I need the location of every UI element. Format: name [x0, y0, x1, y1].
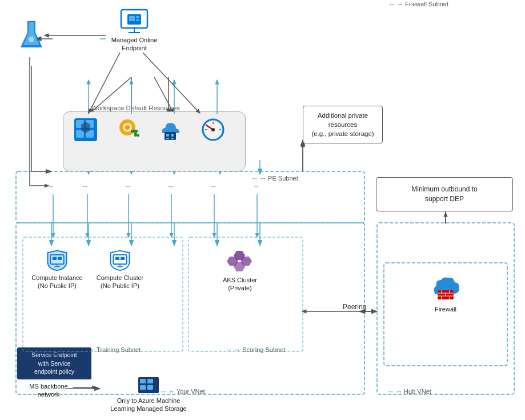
svg-text:↔: ↔	[167, 182, 174, 190]
svg-point-58	[211, 128, 215, 131]
scoring-subnet-label: ↔ ↔ Scoring Subnet	[226, 346, 285, 354]
svg-rect-54	[166, 138, 169, 139]
svg-rect-65	[53, 257, 57, 260]
compute-cluster-label: Compute Cluster(No Public IP)	[97, 274, 144, 290]
svg-text:↔: ↔	[253, 182, 260, 190]
svg-rect-53	[171, 134, 174, 137]
compute-instance-label: Compute Instance(No Public IP)	[31, 274, 82, 290]
svg-point-47	[125, 125, 130, 130]
compute-cluster-node: Compute Cluster(No Public IP)	[91, 249, 149, 290]
pe-subnet-label: ↔ ↔ PE Subnet	[251, 174, 298, 182]
compute-instance-node: Compute Instance(No Public IP)	[29, 249, 86, 290]
svg-rect-35	[136, 19, 139, 21]
svg-point-38	[29, 37, 34, 42]
workspace-default-label: Workspace Default Resources	[91, 105, 180, 111]
ms-backbone-label: MS backbonenetwork	[29, 382, 67, 399]
service-endpoint-box: Service Endpointwith Serviceendpoint pol…	[17, 347, 91, 379]
svg-text:↔: ↔	[82, 182, 89, 190]
additional-private-label: Additional privateresources(e.g., privat…	[311, 112, 374, 137]
managed-endpoint-node: Managed OnlineEndpoint	[106, 9, 163, 53]
svg-rect-52	[166, 134, 169, 137]
managed-storage-node: Only to Azure MachineLearning Managed St…	[97, 376, 200, 413]
svg-rect-55	[171, 138, 174, 139]
svg-text:↔: ↔	[47, 182, 54, 190]
minimum-outbound-label: Minimum outbound tosupport DEP	[411, 185, 477, 204]
firewall-label: Firewall	[435, 305, 456, 313]
aks-cluster-label: AKS Cluster(Private)	[223, 276, 257, 293]
svg-rect-50	[137, 134, 139, 137]
aks-cluster-node: AKS Cluster(Private)	[211, 249, 268, 293]
managed-endpoint-label: Managed OnlineEndpoint	[111, 36, 158, 53]
svg-rect-49	[134, 133, 137, 137]
svg-rect-33	[129, 16, 135, 21]
svg-rect-85	[140, 379, 146, 383]
svg-rect-88	[147, 385, 153, 390]
azure-ml-icon	[14, 20, 49, 50]
svg-rect-71	[121, 257, 125, 260]
svg-rect-70	[115, 257, 119, 260]
additional-private-box: Additional privateresources(e.g., privat…	[303, 106, 383, 143]
minimum-outbound-box: Minimum outbound tosupport DEP	[376, 177, 513, 211]
service-endpoint-label: Service Endpointwith Serviceendpoint pol…	[31, 351, 77, 375]
firewall-subnet-label: ↔ ↔ Firewall Subnet	[388, 0, 448, 8]
svg-rect-87	[140, 385, 146, 390]
svg-rect-2	[16, 171, 364, 223]
ms-backbone-node: MS backbonenetwork	[23, 380, 74, 399]
svg-rect-34	[136, 16, 139, 18]
svg-text:↔: ↔	[210, 182, 217, 190]
monitor-icon	[197, 117, 229, 142]
svg-rect-86	[147, 379, 153, 383]
svg-rect-48	[131, 130, 138, 133]
diagram-container: Managed OnlineEndpoint Workspace Default…	[0, 0, 525, 420]
managed-storage-label: Only to Azure MachineLearning Managed St…	[110, 397, 186, 413]
container-registry-icon	[154, 117, 186, 142]
svg-text:↔: ↔	[125, 182, 131, 190]
firewall-node: Firewall	[423, 274, 468, 313]
storage-icon-node	[70, 117, 102, 142]
keyvault-icon-node	[111, 117, 143, 142]
hub-vnet-label: ↔ ↔ Hub VNet	[387, 387, 431, 395]
peering-label: Peering	[343, 303, 366, 311]
svg-rect-67	[113, 255, 127, 264]
svg-rect-66	[58, 257, 62, 260]
